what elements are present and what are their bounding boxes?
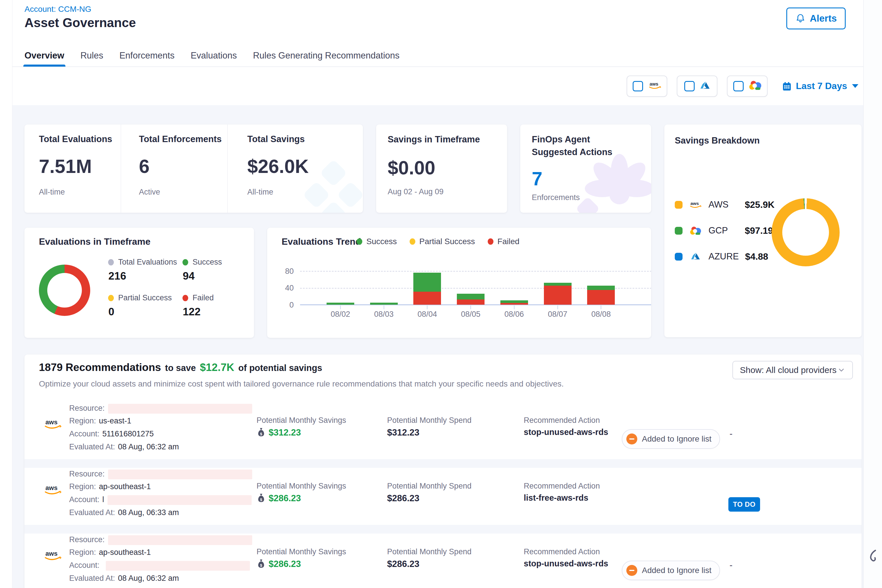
calendar-icon [782,81,792,92]
savings-breakdown-card: Savings Breakdown aws AWS$25.9K GCP$97.1… [664,124,861,337]
eval-legend-value: 94 [183,270,222,282]
tab-rules[interactable]: Rules [80,45,103,67]
spend-column-label: Potential Monthly Spend [387,548,471,556]
savings-timeframe-daterange: Aug 02 - Aug 09 [388,188,444,196]
y-axis-label-80: 80 [278,267,294,276]
aws-logo: aws [44,550,62,562]
overview-content: Total Evaluations7.51MAll-timeTotal Enfo… [12,105,864,588]
breakdown-legend-gcp: GCP$97.19 [675,223,774,238]
x-axis-label-0807: 08/07 [537,310,578,319]
page-title: Asset Governance [24,16,136,30]
added-to-ignore-list-badge[interactable]: Added to Ignore list [622,561,720,580]
evaluations-timeframe-title: Evaluations in Timeframe [39,236,150,247]
main-area: Account: CCM-NG Asset Governance Alerts … [12,0,864,588]
legend-provider-value: $25.9K [745,200,774,210]
action-column-value: list-free-aws-rds [524,493,588,502]
tab-overview[interactable]: Overview [24,45,64,67]
provider-filter-azure[interactable] [677,75,717,97]
trend-legend-success: Success [357,237,397,246]
minus-circle-icon [626,565,637,576]
svg-text:aws: aws [45,550,57,557]
partial-widget-icon [866,549,880,563]
row-separator [24,525,861,534]
stat-total-enforcements: Total Enforcements6Active [121,124,227,213]
added-to-ignore-list-badge[interactable]: Added to Ignore list [622,429,720,449]
recommendation-row[interactable]: aws Resource: Region:us-east-1 Account:5… [24,402,861,459]
azure-logo [689,252,702,261]
eval-legend-value: 216 [108,270,177,282]
eval-legend-head: Failed [183,293,214,302]
bar-segment-success [370,303,398,304]
recommendation-row[interactable]: aws Resource: Region:ap-southeast-1 Acco… [24,534,861,588]
stat-label: Total Enforcements [139,134,227,144]
action-column-label: Recommended Action [524,482,600,490]
tab-evaluations[interactable]: Evaluations [190,45,237,67]
tab-enforcements[interactable]: Enforcements [119,45,174,67]
totals-card: Total Evaluations7.51MAll-timeTotal Enfo… [24,124,363,213]
redacted-resource [108,470,252,479]
x-axis-tick [514,306,514,309]
date-range-selector[interactable]: Last 7 Days [782,81,858,92]
trend-bar-0807 [544,283,572,304]
bar-segment-success [544,283,572,286]
cloud-provider-filter-select[interactable]: Show: All cloud providers [732,361,853,380]
recommendations-section: 1879 Recommendations to save $12.7K of p… [24,354,861,588]
alerts-button-label: Alerts [810,13,837,24]
breakdown-legend-azure: AZURE$4.88 [675,249,774,264]
provider-filter-gcp[interactable] [727,75,768,97]
eval-legend-value: 0 [108,306,172,318]
provider-filter-aws[interactable]: aws [627,75,667,97]
trend-bar-0804 [413,273,441,304]
alerts-button[interactable]: Alerts [786,8,846,29]
aws-logo: aws [44,418,62,431]
legend-provider-name: AZURE [708,251,739,262]
stat-label: Total Evaluations [39,134,121,144]
eval-legend-total-evaluations: Total Evaluations216 [108,258,177,282]
right-rail [863,0,882,588]
caret-down-icon [852,84,858,88]
recommendations-title: 1879 Recommendations to save $12.7K of p… [39,362,322,374]
finops-agent-card: FinOps Agent Suggested Actions 7 Enforce… [520,124,651,213]
trend-legend-failed: Failed [488,237,519,246]
bar-segment-failed [500,303,528,304]
eval-legend-value: 122 [183,306,214,318]
action-column-label: Recommended Action [524,548,600,556]
redacted-account [106,561,250,571]
stat-value: 6 [139,155,227,177]
flower-watermark-icon [576,151,651,213]
gcp-logo [689,226,702,236]
eval-legend-success: Success94 [183,258,222,282]
redacted-resource [108,535,252,545]
bar-segment-failed [544,286,572,304]
spend-column-value: $312.23 [387,428,419,438]
aws-checkbox[interactable] [633,81,643,92]
provider-filter-group: aws [627,75,768,97]
stat-total-evaluations: Total Evaluations7.51MAll-time [24,124,121,213]
recommendations-count-suffix: Recommendations [66,362,161,373]
gcp-checkbox[interactable] [733,81,744,92]
evaluations-trend-card: Evaluations Trend SuccessPartial Success… [267,228,651,338]
recommendations-savings-amount: $12.7K [200,362,234,374]
chevron-down-icon [837,366,845,374]
x-axis-tick [558,306,558,309]
evaluations-trend-plot [300,271,651,304]
spend-column-label: Potential Monthly Spend [387,482,471,490]
recommendations-mid-text: to save [165,363,196,373]
account-breadcrumb-link[interactable]: Account: CCM-NG [24,4,92,14]
evaluations-timeframe-donut [39,265,90,316]
savings-timeframe-card: Savings in Timeframe $0.00 Aug 02 - Aug … [376,124,507,213]
evaluations-timeframe-card: Evaluations in Timeframe Total Evaluatio… [24,228,254,338]
legend-provider-name: AWS [708,200,738,210]
svg-text:$: $ [260,563,262,567]
spend-column-label: Potential Monthly Spend [387,416,471,425]
redacted-resource [108,404,252,414]
tab-rules-generating-recommendations[interactable]: Rules Generating Recommendations [253,45,399,67]
x-axis-label-0802: 08/02 [320,310,361,319]
action-column-label: Recommended Action [524,416,600,425]
todo-status-badge[interactable]: TO DO [728,497,760,512]
finops-agent-count: 7 [532,168,543,190]
savings-column-label: Potential Monthly Savings [256,548,346,556]
recommendation-row[interactable]: aws Resource: Region:ap-southeast-1 Acco… [24,468,861,525]
azure-checkbox[interactable] [684,81,694,92]
savings-column-value: $ $312.23 [256,428,301,438]
